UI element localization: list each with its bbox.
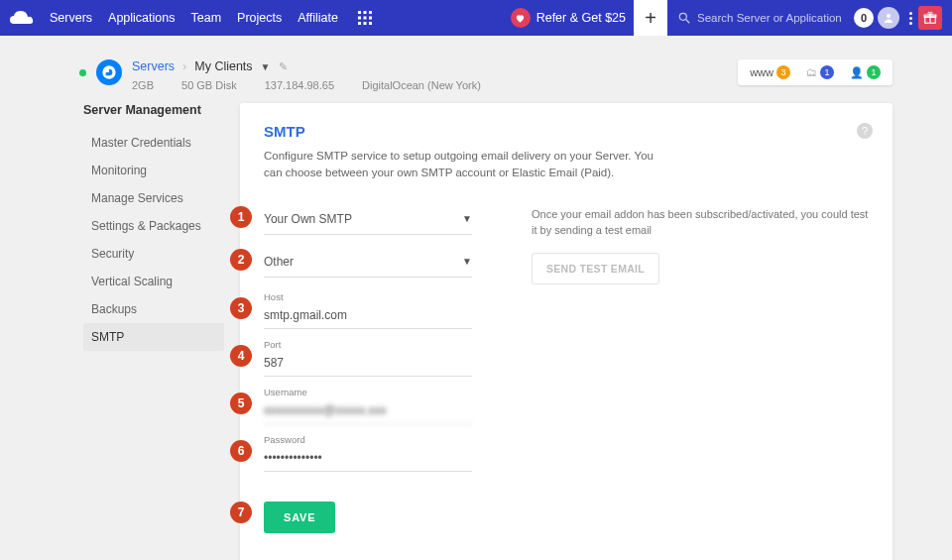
sidebar-item-manage-services[interactable]: Manage Services (83, 184, 224, 212)
port-label: Port (264, 339, 472, 350)
svg-rect-8 (369, 22, 372, 25)
sidebar-item-monitoring[interactable]: Monitoring (83, 157, 224, 184)
annotation-4: 4 (230, 345, 252, 367)
sidebar-item-settings-packages[interactable]: Settings & Packages (83, 212, 224, 240)
breadcrumb-root[interactable]: Servers (132, 59, 175, 73)
sidebar-item-backups[interactable]: Backups (83, 295, 224, 323)
nav-projects[interactable]: Projects (237, 11, 282, 25)
nav-applications[interactable]: Applications (108, 11, 175, 25)
nav-servers[interactable]: Servers (50, 11, 92, 25)
heart-icon (511, 8, 531, 28)
smtp-provider-select[interactable]: Other ▼ (264, 249, 472, 278)
user-icon: 👤 (850, 66, 864, 79)
annotation-7: 7 (230, 502, 252, 523)
svg-rect-5 (369, 17, 372, 20)
sidebar-item-security[interactable]: Security (83, 240, 224, 268)
test-email-info: Once your email addon has been subscribe… (532, 206, 869, 239)
sidebar-title: Server Management (83, 103, 224, 117)
server-name[interactable]: My Clients (194, 59, 252, 73)
user-count: 1 (867, 65, 881, 79)
help-icon[interactable]: ? (857, 123, 873, 139)
user-stat[interactable]: 👤 1 (850, 65, 881, 79)
search-wrap (669, 11, 854, 25)
server-disk: 50 GB Disk (181, 79, 237, 91)
server-ram: 2GB (132, 79, 154, 91)
annotation-1: 1 (230, 206, 252, 228)
www-stat[interactable]: www 3 (750, 65, 790, 79)
server-meta: 2GB 50 GB Disk 137.184.98.65 DigitalOcea… (132, 79, 481, 91)
svg-rect-0 (358, 11, 361, 14)
send-test-email-button[interactable]: SEND TEST EMAIL (532, 253, 659, 284)
sidebar: Server Management Master Credentials Mon… (83, 103, 224, 351)
username-label: Username (264, 387, 472, 397)
www-count: 3 (776, 65, 790, 79)
annotation-2: 2 (230, 249, 252, 271)
sidebar-item-master-credentials[interactable]: Master Credentials (83, 129, 224, 157)
folder-count: 1 (820, 65, 834, 79)
sidebar-item-vertical-scaling[interactable]: Vertical Scaling (83, 268, 224, 295)
svg-rect-4 (363, 17, 366, 20)
smtp-panel: SMTP ? Configure SMTP service to setup o… (240, 103, 892, 560)
server-stats-box: www 3 🗂 1 👤 1 (738, 59, 892, 85)
search-icon (677, 11, 691, 25)
host-label: Host (264, 291, 472, 302)
password-label: Password (264, 434, 472, 445)
svg-rect-1 (363, 11, 366, 14)
svg-point-9 (679, 13, 686, 20)
server-dropdown-icon[interactable]: ▼ (261, 61, 271, 72)
annotation-5: 5 (230, 392, 252, 414)
refer-label: Refer & Get $25 (536, 11, 626, 25)
smtp-type-value: Your Own SMTP (264, 212, 352, 226)
password-input[interactable] (264, 447, 472, 472)
notification-count[interactable]: 0 (854, 8, 874, 28)
more-menu-icon[interactable] (909, 12, 912, 25)
sidebar-item-smtp[interactable]: SMTP (83, 323, 224, 351)
top-nav: Servers Applications Team Projects Affil… (0, 0, 952, 36)
annotation-6: 6 (230, 440, 252, 462)
brand-logo[interactable] (10, 9, 36, 27)
smtp-type-select[interactable]: Your Own SMTP ▼ (264, 206, 472, 235)
panel-description: Configure SMTP service to setup outgoing… (264, 148, 660, 182)
svg-rect-3 (358, 17, 361, 20)
host-input[interactable] (264, 304, 472, 329)
server-status-dot (79, 69, 86, 76)
search-input[interactable] (697, 12, 846, 24)
server-header: Servers › My Clients ▼ ✎ 2GB 50 GB Disk … (0, 36, 952, 103)
caret-down-icon: ▼ (462, 213, 472, 224)
username-input[interactable]: xxxxxxxxxx@xxxxx.xxx (264, 399, 472, 424)
server-provider: DigitalOcean (New York) (362, 79, 481, 91)
user-avatar-icon[interactable] (878, 7, 899, 29)
rename-icon[interactable]: ✎ (279, 60, 288, 73)
port-input[interactable] (264, 352, 472, 377)
smtp-provider-value: Other (264, 255, 294, 269)
annotation-3: 3 (230, 297, 252, 319)
chevron-right-icon: › (182, 59, 186, 73)
caret-down-icon: ▼ (462, 256, 472, 267)
gift-icon[interactable] (918, 6, 942, 30)
nav-team[interactable]: Team (190, 11, 221, 25)
svg-rect-2 (369, 11, 372, 14)
apps-grid-icon[interactable] (358, 11, 372, 25)
folder-stat[interactable]: 🗂 1 (806, 65, 834, 79)
folder-icon: 🗂 (806, 66, 817, 78)
nav-affiliate[interactable]: Affiliate (298, 11, 338, 25)
www-label: www (750, 66, 774, 78)
provider-logo-icon (96, 59, 122, 85)
svg-rect-7 (363, 22, 366, 25)
nav-links: Servers Applications Team Projects Affil… (50, 11, 338, 25)
svg-line-10 (686, 20, 690, 24)
server-ip: 137.184.98.65 (265, 79, 334, 91)
svg-point-11 (887, 14, 891, 18)
refer-link[interactable]: Refer & Get $25 (511, 8, 626, 28)
breadcrumb: Servers › My Clients ▼ ✎ (132, 59, 481, 73)
add-button[interactable]: + (634, 0, 667, 36)
panel-title: SMTP (264, 123, 869, 140)
svg-rect-6 (358, 22, 361, 25)
save-button[interactable]: SAVE (264, 502, 335, 533)
